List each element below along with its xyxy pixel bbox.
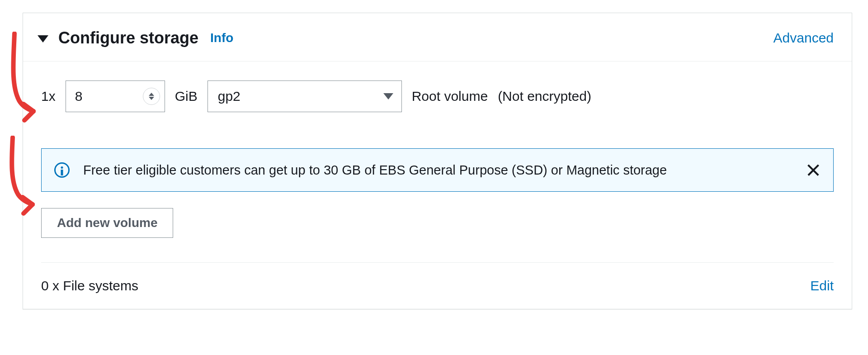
- volume-unit-label: GiB: [175, 89, 198, 104]
- volume-encryption-label: (Not encrypted): [498, 89, 591, 104]
- close-icon[interactable]: [806, 163, 821, 177]
- volume-type-selected: gp2: [218, 89, 241, 104]
- volume-multiplier-label: 1x: [41, 89, 56, 104]
- file-systems-summary: 0 x File systems: [41, 278, 138, 293]
- volume-size-input[interactable]: [75, 89, 138, 104]
- info-link[interactable]: Info: [210, 31, 233, 45]
- free-tier-info-box: Free tier eligible customers can get up …: [41, 148, 834, 192]
- collapse-caret-icon[interactable]: [38, 35, 48, 43]
- file-systems-row: 0 x File systems Edit: [41, 262, 834, 309]
- configure-storage-panel: Configure storage Info Advanced 1x GiB g…: [23, 13, 852, 309]
- chevron-down-icon: [383, 93, 393, 99]
- panel-header: Configure storage Info Advanced: [23, 13, 852, 62]
- volume-size-input-wrap[interactable]: [66, 80, 165, 112]
- volume-description: Root volume: [412, 89, 488, 104]
- annotation-arrow-2: [2, 136, 37, 217]
- add-new-volume-button[interactable]: Add new volume: [41, 208, 173, 238]
- panel-title: Configure storage: [58, 28, 198, 47]
- edit-file-systems-link[interactable]: Edit: [810, 278, 834, 293]
- info-icon: [54, 162, 70, 178]
- advanced-link[interactable]: Advanced: [774, 30, 834, 46]
- root-volume-row: 1x GiB gp2 Root volume (Not encrypted): [41, 80, 834, 112]
- info-box-text: Free tier eligible customers can get up …: [83, 163, 793, 178]
- volume-type-select[interactable]: gp2: [208, 80, 402, 112]
- annotation-arrow-1: [2, 32, 37, 124]
- size-stepper-icon[interactable]: [143, 88, 160, 105]
